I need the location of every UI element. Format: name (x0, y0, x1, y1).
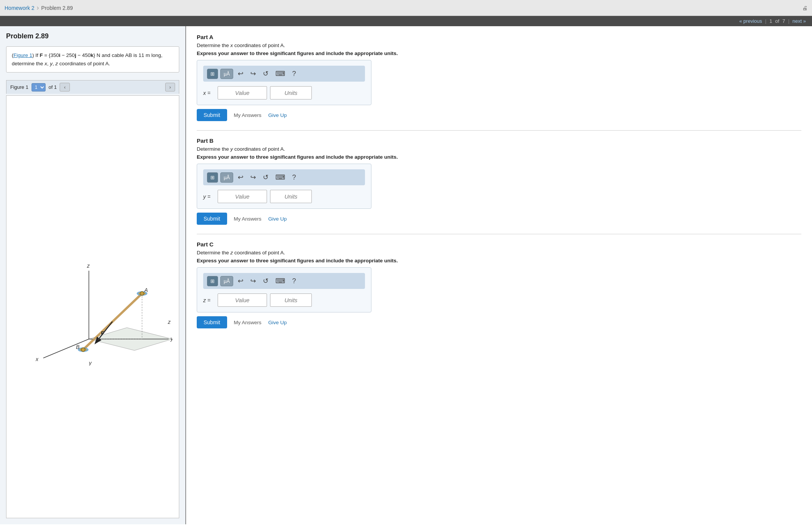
part-b-title: Part B (197, 137, 801, 144)
mu-btn-a[interactable]: μÅ (220, 69, 233, 79)
figure-next-btn[interactable]: › (165, 83, 175, 91)
part-a-my-answers-link[interactable]: My Answers (234, 112, 262, 118)
part-b-my-answers-link[interactable]: My Answers (234, 216, 262, 222)
left-panel: Problem 2.89 (Figure 1) If F = {350i − 2… (0, 26, 186, 524)
part-b-action-row: Submit My Answers Give Up (197, 213, 801, 225)
print-icon[interactable]: 🖨 (802, 5, 807, 11)
keyboard-btn-c[interactable]: ⌨ (273, 275, 288, 287)
help-btn-c[interactable]: ? (290, 276, 298, 287)
part-a-input-row: x = (203, 86, 365, 99)
part-c-units-input[interactable] (270, 293, 312, 307)
grid-btn-c[interactable]: ⊞ (207, 276, 218, 286)
part-c-section: Part C Determine the z coordinates of po… (197, 241, 801, 328)
problem-header: Problem 2.89 (0, 26, 185, 43)
top-nav: Homework 2 › Problem 2.89 🖨 (0, 0, 812, 16)
part-a-section: Part A Determine the x coordinates of po… (197, 34, 801, 121)
grid-icon-b: ⊞ (210, 175, 215, 180)
figure-select[interactable]: 1 (32, 83, 46, 91)
right-panel: Part A Determine the x coordinates of po… (186, 26, 812, 524)
figure-prev-btn[interactable]: ‹ (60, 83, 70, 91)
part-a-toolbar: ⊞ μÅ ↩ ↪ ↺ ⌨ ? (203, 66, 365, 82)
previous-link[interactable]: « previous (739, 18, 762, 24)
part-c-submit-btn[interactable]: Submit (197, 316, 227, 328)
figure-label: Figure 1 (10, 84, 28, 90)
problem-breadcrumb: Problem 2.89 (41, 5, 73, 11)
undo-btn-a[interactable]: ↩ (235, 68, 246, 79)
refresh-btn-c[interactable]: ↺ (261, 275, 271, 287)
grid-icon-a: ⊞ (210, 71, 215, 77)
pagination-of: of (775, 18, 779, 24)
help-btn-b[interactable]: ? (290, 172, 298, 183)
svg-text:y: y (88, 360, 92, 366)
pagination-current: 1 (769, 18, 772, 24)
mu-btn-b[interactable]: μÅ (220, 172, 233, 183)
divider-bc (197, 234, 801, 234)
part-a-description: Determine the x coordinates of point A. (197, 43, 801, 48)
svg-point-19 (81, 348, 85, 352)
part-b-value-input[interactable] (218, 190, 267, 203)
part-b-give-up-link[interactable]: Give Up (268, 216, 287, 222)
keyboard-btn-b[interactable]: ⌨ (273, 172, 288, 183)
figure-link[interactable]: Figure 1 (14, 52, 33, 58)
problem-text-box: (Figure 1) If F = {350i − 250j − 450k} N… (6, 46, 179, 73)
part-c-instruction: Express your answer to three significant… (197, 258, 801, 263)
redo-btn-b[interactable]: ↪ (248, 172, 258, 183)
part-a-label: x = (203, 90, 215, 96)
svg-text:B: B (76, 344, 79, 350)
part-c-my-answers-link[interactable]: My Answers (234, 320, 262, 325)
divider-ab (197, 130, 801, 131)
figure-image: z x y z y (6, 95, 179, 518)
part-c-toolbar: ⊞ μÅ ↩ ↪ ↺ ⌨ ? (203, 273, 365, 289)
part-a-value-input[interactable] (218, 86, 267, 99)
redo-btn-a[interactable]: ↪ (248, 68, 258, 79)
grid-icon-c: ⊞ (210, 278, 215, 284)
figure-controls: Figure 1 1 of 1 ‹ › (6, 80, 179, 94)
redo-btn-c[interactable]: ↪ (248, 275, 258, 287)
part-c-label: z = (203, 297, 215, 303)
part-a-action-row: Submit My Answers Give Up (197, 109, 801, 121)
part-a-submit-btn[interactable]: Submit (197, 109, 227, 121)
part-c-value-input[interactable] (218, 293, 267, 307)
part-a-answer-box: ⊞ μÅ ↩ ↪ ↺ ⌨ ? x = (197, 60, 371, 105)
homework-link[interactable]: Homework 2 (5, 5, 35, 11)
mu-btn-c[interactable]: μÅ (220, 276, 233, 286)
part-c-description: Determine the z coordinates of point A. (197, 250, 801, 256)
part-c-action-row: Submit My Answers Give Up (197, 316, 801, 328)
next-link[interactable]: next » (793, 18, 806, 24)
help-btn-a[interactable]: ? (290, 68, 298, 79)
part-c-answer-box: ⊞ μÅ ↩ ↪ ↺ ⌨ ? z = (197, 267, 371, 312)
undo-btn-c[interactable]: ↩ (235, 275, 246, 287)
figure-svg: z x y z y (6, 96, 179, 518)
part-b-input-row: y = (203, 190, 365, 203)
svg-text:z: z (167, 319, 171, 325)
part-a-units-input[interactable] (270, 86, 312, 99)
mu-icon-b: μÅ (224, 175, 230, 180)
part-c-give-up-link[interactable]: Give Up (268, 320, 287, 325)
pagination-divider: | (765, 18, 766, 24)
refresh-btn-a[interactable]: ↺ (261, 68, 271, 79)
svg-text:x: x (35, 356, 39, 362)
refresh-btn-b[interactable]: ↺ (261, 172, 271, 183)
svg-text:F: F (101, 330, 104, 336)
pagination-bar: « previous | 1 of 7 | next » (0, 16, 812, 26)
pagination-total: 7 (782, 18, 785, 24)
part-c-title: Part C (197, 241, 801, 248)
part-b-instruction: Express your answer to three significant… (197, 154, 801, 160)
undo-btn-b[interactable]: ↩ (235, 172, 246, 183)
part-b-description: Determine the y coordinates of point A. (197, 146, 801, 152)
part-a-title: Part A (197, 34, 801, 40)
grid-btn-a[interactable]: ⊞ (207, 69, 218, 79)
grid-btn-b[interactable]: ⊞ (207, 172, 218, 183)
mu-icon-c: μÅ (224, 278, 230, 284)
part-b-toolbar: ⊞ μÅ ↩ ↪ ↺ ⌨ ? (203, 169, 365, 185)
part-b-label: y = (203, 194, 215, 200)
svg-rect-0 (13, 248, 172, 366)
part-a-give-up-link[interactable]: Give Up (268, 112, 287, 118)
svg-text:z: z (87, 263, 90, 269)
svg-text:A: A (144, 287, 148, 293)
breadcrumb-separator: › (37, 4, 39, 12)
pagination-divider2: | (788, 18, 789, 24)
part-b-units-input[interactable] (270, 190, 312, 203)
keyboard-btn-a[interactable]: ⌨ (273, 68, 288, 79)
part-b-submit-btn[interactable]: Submit (197, 213, 227, 225)
